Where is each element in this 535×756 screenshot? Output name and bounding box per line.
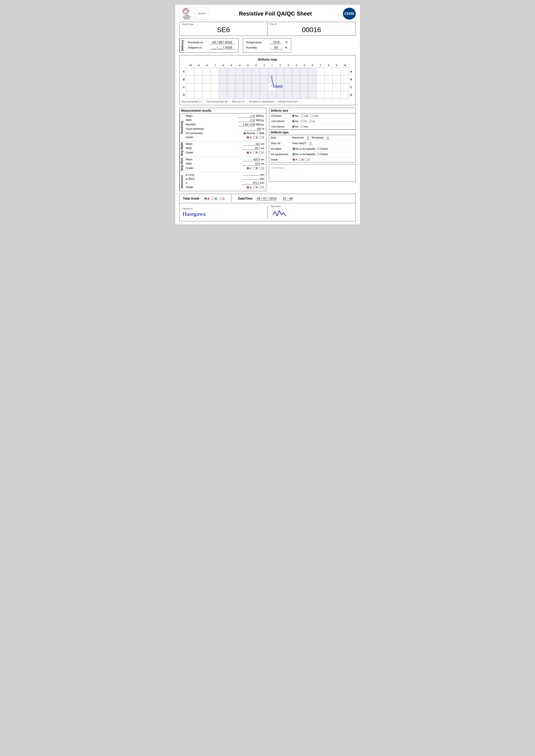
tg-grade-a-option[interactable]: A [204, 197, 210, 201]
sp-grade-c-option[interactable]: C [259, 167, 265, 170]
bottom-section: Measurement results Resistivity Mean: 1.… [180, 108, 356, 191]
separator [231, 195, 232, 202]
sp-grade-a-option[interactable]: A [246, 167, 252, 170]
defects-map-grid: -10 -9 -8 -7 -6 -5 -4 -3 -2 -1 1 2 3 4 [182, 63, 353, 99]
dim-grade-a-option[interactable]: A [246, 186, 252, 189]
resistivity-section: Resistivity Mean: 1.15 MΩ/sq. RMS: 0.22 … [180, 113, 266, 141]
ds-r2-no-option[interactable]: No [292, 120, 298, 123]
ds-r3-yes-option[interactable]: Yes [300, 125, 308, 128]
environment-box: Temperature 23.8 °C Humidity 54 % [243, 39, 291, 53]
cell-a-4 [292, 68, 300, 75]
ds-row2-label: <10×10mm² [271, 120, 290, 123]
foil-id-label: Foil ID [270, 23, 353, 25]
ds-r1-lt10-circle [300, 115, 303, 117]
cell-b-n9 [194, 75, 203, 83]
svg-point-0 [183, 9, 188, 14]
sw-grade-b-circle [253, 151, 256, 154]
dim-eta-label: η: [186, 181, 242, 184]
dtype-ink-bleed-label: Ink bleed [271, 148, 293, 150]
ink-bleed-no-option[interactable]: No or Acceptable [293, 148, 315, 150]
sp-rms-value: 15.5 [242, 162, 260, 166]
hv-bad-label: Bad [260, 132, 264, 135]
col-neg3: -3 [243, 63, 252, 68]
dust-removed-value: 0 [306, 136, 310, 139]
dim-phi-short-label: φ Short: [186, 177, 242, 180]
hv-normal-option[interactable]: Normal [243, 132, 255, 135]
cell-d-n8 [203, 91, 211, 99]
ds-r1-gt10-option[interactable]: >10 [310, 115, 318, 118]
sw-grade-b-option[interactable]: B [253, 151, 258, 154]
sw-grade-c-option[interactable]: C [259, 151, 265, 154]
dim-eta-row: η: 472.2 mm [186, 181, 265, 185]
dim-grade-c-option[interactable]: C [259, 186, 265, 189]
cell-b-9 [332, 75, 341, 83]
cell-c-9 [332, 83, 341, 91]
sw-grade-a-circle [246, 151, 249, 154]
ink-sq-no-option[interactable]: No or Acceptable [293, 153, 315, 156]
ink-bleed-critical-option[interactable]: Critical [317, 148, 328, 150]
ds-r2-lt1-circle [300, 120, 303, 122]
col-neg6: -6 [219, 63, 227, 68]
measurement-results-title: Measurement results [180, 108, 266, 113]
kobe-logo: KOBEUNIVERSITYScience [180, 8, 194, 20]
ds-r2-gt1-option[interactable]: >1 [309, 120, 315, 123]
ds-r3-no-option[interactable]: No [292, 125, 298, 128]
dimension-vert-label: Dimension [180, 172, 184, 191]
defects-right-column: Defects size <5×5mm² No <10 [269, 108, 356, 191]
hv-bad-circle [256, 132, 259, 135]
cell-b-6 [308, 75, 316, 83]
sw-grade-radio: A B C [246, 151, 264, 154]
dtype-grade-a-option[interactable]: A [293, 158, 297, 161]
ds-r2-gt1-label: >1 [312, 120, 315, 123]
dim-grade-b-option[interactable]: B [253, 186, 258, 189]
tg-grade-b-option[interactable]: B [212, 197, 217, 201]
cell-a-n7 [211, 68, 219, 75]
hv-bad-option[interactable]: Bad [256, 132, 264, 135]
sw-grade-a-option[interactable]: A [246, 151, 252, 154]
dtype-grade-b-option[interactable]: B [299, 158, 304, 161]
ds-r1-no-circle [292, 115, 295, 117]
resist-grade-a-option[interactable]: A [246, 136, 252, 139]
dtype-strip-cut-label: Strip cut [271, 142, 293, 145]
dtype-strip-cut-row: Strip cut How many?: 0 [269, 141, 355, 146]
ink-bleed-critical-label: Critical [320, 148, 328, 150]
sw-rms-unit: um [261, 147, 265, 150]
page-title: Resistive Foil QA/QC Sheet [208, 10, 343, 17]
cell-c-6 [308, 83, 316, 91]
hv-normal-circle [243, 132, 246, 135]
resist-grade-a-circle [246, 136, 249, 139]
comments-label: Comments [271, 166, 354, 169]
tg-grade-c-option[interactable]: C [219, 197, 225, 201]
delivery-env-section: Delivery Received on 03 / 06 / 2016 Ship… [180, 39, 356, 53]
ink-sq-no-label: No or Acceptable [296, 153, 315, 156]
humidity-row: Humidity 54 % [246, 45, 288, 49]
cell-b-7 [316, 75, 324, 83]
ds-r1-gt10-circle [310, 115, 313, 117]
bleed-text: bleed [273, 84, 282, 89]
ds-r2-no-label: No [295, 120, 298, 123]
dim-grade-b-circle [253, 186, 256, 189]
ds-r2-lt1-option[interactable]: <1 [300, 120, 307, 123]
col-2: 2 [276, 63, 284, 68]
cell-b-n2 [252, 75, 260, 83]
resist-grade-b-option[interactable]: B [253, 136, 258, 139]
foil-id-cell: Foil ID 00016 [268, 22, 355, 36]
resist-grade-c-circle [259, 136, 262, 139]
sp-grade-b-option[interactable]: B [253, 167, 258, 170]
dim-grade-c-label: C [263, 186, 265, 189]
ink-sq-critical-option[interactable]: Critical [317, 153, 328, 156]
shipped-row: Shipped on __ / __ / 2016 [188, 45, 235, 49]
received-label: Received on [188, 41, 207, 44]
dtype-grade-c-option[interactable]: C [305, 158, 310, 161]
ds-r1-lt10-option[interactable]: <10 [300, 115, 308, 118]
resist-maxmin-unit: MΩ/sq. [256, 123, 264, 126]
sw-grade-b-label: B [256, 151, 258, 154]
ds-r1-no-option[interactable]: No [292, 115, 298, 118]
dtype-grade-options: A B C [293, 158, 354, 161]
ds-row1-options: No <10 >10 [292, 115, 318, 118]
resist-grade-c-option[interactable]: C [259, 136, 265, 139]
cell-c-n8 [203, 83, 211, 91]
ds-row3-label: >10×10mm² [271, 125, 290, 128]
resist-mean-row: Mean: 1.15 MΩ/sq. [186, 115, 265, 118]
cell-a-n5 [227, 68, 235, 75]
